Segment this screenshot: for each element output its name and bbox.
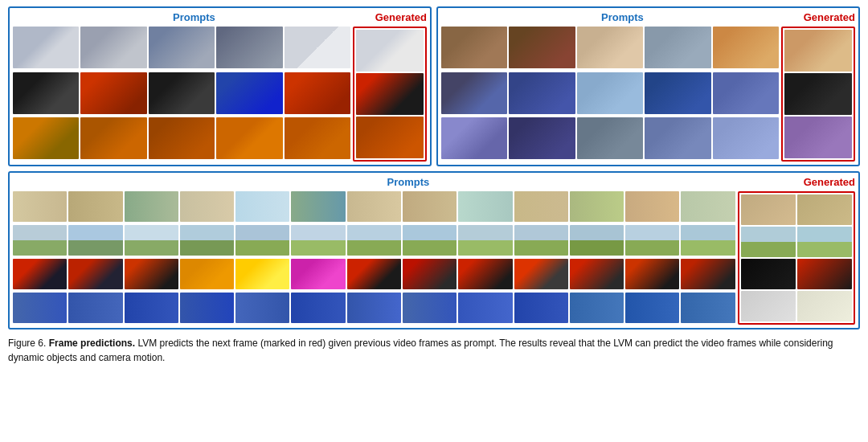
bottom-section: Prompts Generated xyxy=(8,171,860,329)
table-row xyxy=(13,225,67,256)
top-right-prompts-label: Prompts xyxy=(441,11,804,23)
table-row xyxy=(509,72,575,114)
table-row xyxy=(681,191,735,222)
table-row xyxy=(577,72,643,114)
table-row xyxy=(509,117,575,159)
table-row xyxy=(514,191,568,222)
table-row xyxy=(570,225,624,256)
table-row xyxy=(235,293,289,323)
table-row xyxy=(713,72,779,114)
top-left-generated-grid xyxy=(353,27,427,162)
table-row xyxy=(403,293,457,323)
table-row xyxy=(235,225,289,256)
table-row xyxy=(80,117,146,159)
list-item xyxy=(784,117,852,158)
table-row xyxy=(645,27,710,68)
figure-number: Figure 6. xyxy=(8,338,46,349)
top-left-header: Prompts Generated xyxy=(13,11,427,23)
table-row xyxy=(577,117,643,159)
table-row xyxy=(681,293,735,323)
table-row xyxy=(514,259,568,289)
table-row xyxy=(80,72,146,114)
table-row xyxy=(285,117,350,159)
list-item xyxy=(741,227,796,257)
top-right-prompts-grid xyxy=(441,27,779,162)
table-row xyxy=(347,191,401,222)
table-row xyxy=(180,259,234,289)
table-row xyxy=(125,293,178,323)
top-section: Prompts Generated xyxy=(8,6,860,166)
table-row xyxy=(68,259,122,289)
table-row xyxy=(285,27,350,68)
table-row xyxy=(125,191,178,222)
table-row xyxy=(149,72,215,114)
list-item xyxy=(797,259,852,289)
table-row xyxy=(235,191,289,222)
table-row xyxy=(216,117,282,159)
table-row xyxy=(216,72,282,114)
list-item xyxy=(784,73,852,115)
table-row xyxy=(403,191,457,222)
table-row xyxy=(216,27,282,68)
bottom-content xyxy=(13,191,855,325)
table-row xyxy=(235,259,289,289)
bottom-generated-grid xyxy=(738,191,855,325)
table-row xyxy=(458,293,512,323)
top-left-content xyxy=(13,27,427,162)
table-row xyxy=(713,27,779,68)
table-row xyxy=(68,225,122,256)
table-row xyxy=(458,259,512,289)
table-row xyxy=(291,259,345,289)
top-right-generated-label: Generated xyxy=(804,11,855,23)
table-row xyxy=(180,225,234,256)
table-row xyxy=(570,293,624,323)
table-row xyxy=(441,27,507,68)
bottom-prompts-grid xyxy=(13,191,735,325)
table-row xyxy=(13,191,67,222)
table-row xyxy=(13,117,79,159)
table-row xyxy=(645,117,710,159)
table-row xyxy=(458,225,512,256)
list-item xyxy=(356,30,424,72)
table-row xyxy=(645,72,710,114)
table-row xyxy=(180,191,234,222)
figure-caption: Figure 6. Frame predictions. LVM predict… xyxy=(8,334,860,366)
list-item xyxy=(797,227,852,257)
table-row xyxy=(625,259,679,289)
table-row xyxy=(570,191,624,222)
table-row xyxy=(80,27,146,68)
table-row xyxy=(68,191,122,222)
table-row xyxy=(13,27,79,68)
list-item xyxy=(797,291,852,321)
table-row xyxy=(149,27,215,68)
list-item xyxy=(356,73,424,115)
top-right-panel: Prompts Generated xyxy=(436,6,860,166)
top-right-generated-grid xyxy=(781,27,855,162)
table-row xyxy=(509,27,575,68)
list-item xyxy=(356,117,424,158)
table-row xyxy=(681,259,735,289)
bottom-header: Prompts Generated xyxy=(13,176,855,188)
top-left-prompts-label: Prompts xyxy=(13,11,375,23)
top-left-generated-label: Generated xyxy=(375,11,427,23)
table-row xyxy=(149,117,215,159)
bottom-generated-label: Generated xyxy=(804,176,855,188)
table-row xyxy=(577,27,643,68)
table-row xyxy=(125,259,178,289)
list-item xyxy=(741,291,796,321)
list-item xyxy=(797,194,852,225)
table-row xyxy=(347,259,401,289)
table-row xyxy=(13,259,67,289)
caption-bold-text: Frame predictions. xyxy=(49,338,135,349)
table-row xyxy=(514,225,568,256)
table-row xyxy=(570,259,624,289)
table-row xyxy=(681,225,735,256)
top-right-content xyxy=(441,27,855,162)
list-item xyxy=(784,30,852,72)
table-row xyxy=(403,259,457,289)
table-row xyxy=(291,225,345,256)
table-row xyxy=(625,293,679,323)
table-row xyxy=(180,293,234,323)
list-item xyxy=(741,194,796,225)
table-row xyxy=(347,225,401,256)
